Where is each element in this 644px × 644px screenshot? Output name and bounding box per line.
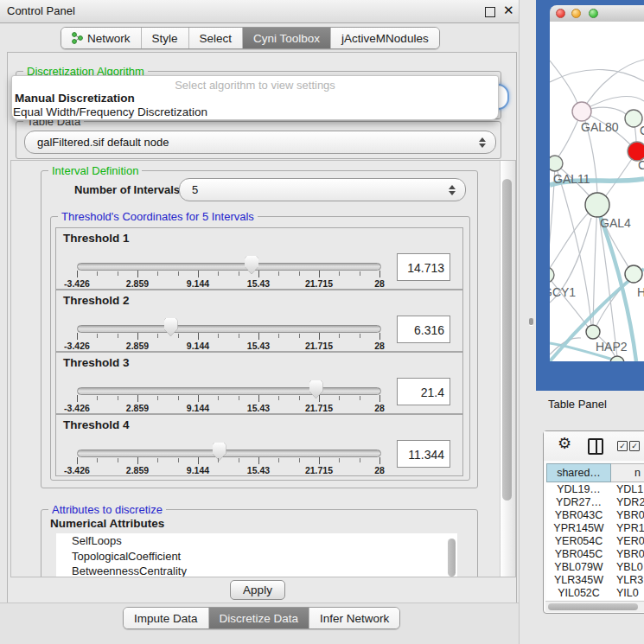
tab-jactivemnodules[interactable]: jActiveMNodules <box>331 28 439 48</box>
node-hap2[interactable] <box>586 325 600 339</box>
split-view-icon[interactable] <box>588 438 603 455</box>
tick-mark <box>118 271 118 276</box>
threshold-3-panel: Threshold 3 -3.4262.8599.14415.4321.7152… <box>55 352 463 414</box>
tick-mark <box>239 396 239 400</box>
divider-grip-icon[interactable] <box>529 318 533 325</box>
threshold-2-value-field[interactable]: 6.316 <box>397 316 450 343</box>
tick-label: 15.43 <box>247 465 270 475</box>
node-gcy1[interactable] <box>550 267 554 283</box>
checkbox-icon[interactable]: ✓ <box>629 441 640 451</box>
numerical-attributes-label: Numerical Attributes <box>50 517 164 530</box>
column-header-name[interactable]: n <box>611 463 644 482</box>
table-row[interactable]: YPR145WYPR1 <box>546 522 644 535</box>
threshold-3-value-field[interactable]: 21.4 <box>397 378 450 405</box>
window-close-icon[interactable] <box>556 9 565 18</box>
table-row[interactable]: YIL052CYIL0 <box>546 587 644 600</box>
tab-style[interactable]: Style <box>142 28 189 48</box>
settings-scroll-area: Interval Definition Number of Intervals … <box>10 160 516 577</box>
scrollbar-thumb[interactable] <box>548 603 638 610</box>
threshold-3-slider[interactable] <box>77 387 381 395</box>
tick-mark <box>360 396 360 400</box>
tick-mark <box>118 334 118 338</box>
threshold-4-slider[interactable] <box>77 450 381 457</box>
tick-label: 28 <box>374 403 385 413</box>
number-of-intervals-combobox[interactable]: 5 <box>179 178 466 201</box>
table-row[interactable]: YBR043CYBR0 <box>546 509 644 522</box>
node-gal80[interactable] <box>572 102 591 121</box>
slider-tick-labels: -3.4262.8599.14415.4321.71528 <box>77 465 379 475</box>
tick-mark <box>218 396 219 400</box>
tick-mark <box>198 457 199 464</box>
tab-impute-data[interactable]: Impute Data <box>124 608 209 628</box>
threshold-4-value-field[interactable]: 11.344 <box>397 440 450 468</box>
table-row[interactable]: YER054CYER0 <box>546 535 644 548</box>
tick-label: 9.144 <box>187 403 209 413</box>
tick-mark <box>157 458 158 462</box>
tick-mark <box>239 334 239 338</box>
tab-network[interactable]: Network <box>61 28 142 48</box>
network-view-canvas[interactable]: GAL80 GA GAL11 GAL4 GCY1 H HAP2 C <box>550 22 644 361</box>
checkbox-icon[interactable]: ✓ <box>617 441 628 451</box>
window-zoom-icon[interactable] <box>589 9 598 18</box>
network-window-titlebar[interactable] <box>550 5 644 22</box>
table-row[interactable]: YDL19…YDL1 <box>546 483 644 496</box>
group-thresholds: Threshold's Coordinates for 5 Intervals … <box>50 216 470 481</box>
float-panel-icon[interactable] <box>485 7 495 17</box>
table-toolbar: ⚙ ✓ ✓ <box>544 431 644 461</box>
threshold-4-panel: Threshold 4 -3.4262.8599.14415.4321.7152… <box>55 414 463 476</box>
threshold-1-panel: Threshold 1 -3.4262.8599.14415.4321.7152… <box>55 227 463 290</box>
threshold-2-slider[interactable] <box>77 325 381 333</box>
table-data-combobox[interactable]: galFiltered.sif default node <box>24 131 496 154</box>
column-header-shared-name[interactable]: shared… <box>546 463 611 482</box>
node-gal11[interactable] <box>550 156 563 171</box>
gear-icon[interactable]: ⚙ <box>558 434 571 453</box>
scrollbar-thumb[interactable] <box>502 179 512 501</box>
tick-label: 21.715 <box>305 278 333 289</box>
option-manual-discretization[interactable]: Manual Discretization <box>15 92 135 105</box>
tick-label: 9.144 <box>187 278 209 289</box>
tick-mark <box>178 396 179 400</box>
close-icon[interactable]: ✕ <box>503 3 514 18</box>
tab-select[interactable]: Select <box>189 28 244 48</box>
table-row[interactable]: YLR345WYLR3 <box>546 574 644 587</box>
table-row[interactable]: YBR045CYBR0 <box>546 548 644 561</box>
horizontal-scrollbar[interactable] <box>545 601 644 612</box>
control-panel-titlebar: Control Panel ✕ <box>0 0 519 23</box>
tick-mark <box>319 395 320 402</box>
tick-mark <box>299 396 300 400</box>
apply-button[interactable]: Apply <box>230 580 285 600</box>
tick-mark <box>379 395 380 402</box>
option-equal-width-frequency[interactable]: Equal Width/Frequency Discretization <box>13 105 207 118</box>
network-graph: GAL80 GA GAL11 GAL4 GCY1 H HAP2 C <box>550 22 644 361</box>
tab-cyni-toolbox[interactable]: Cyni Toolbox <box>243 28 331 48</box>
tab-infer-network[interactable]: Infer Network <box>309 608 399 628</box>
node-gal4[interactable] <box>585 193 609 217</box>
node-label: GA <box>640 124 644 137</box>
tick-label: 28 <box>374 278 385 289</box>
tick-mark <box>137 271 138 277</box>
numerical-attributes-list[interactable]: SelfLoops TopologicalCoefficient Between… <box>56 533 457 577</box>
node-bottom[interactable] <box>610 356 624 361</box>
table-row[interactable]: YDR27…YDR2 <box>546 496 644 509</box>
list-item[interactable]: SelfLoops <box>56 533 457 549</box>
tick-label: 21.715 <box>305 403 333 413</box>
list-item[interactable]: BetweennessCentrality <box>56 564 457 577</box>
window-minimize-icon[interactable] <box>571 9 581 18</box>
stepper-arrows-icon <box>479 137 486 148</box>
threshold-1-slider[interactable] <box>77 263 381 271</box>
tick-label: 2.859 <box>126 278 149 289</box>
list-scrollbar[interactable] <box>448 539 456 577</box>
table-body: YDL19…YDL1 YDR27…YDR2 YBR043CYBR0 YPR145… <box>546 483 644 600</box>
panel-divider[interactable] <box>519 0 537 644</box>
tick-mark <box>97 458 98 462</box>
tab-discretize-data[interactable]: Discretize Data <box>209 608 310 628</box>
node-h[interactable] <box>625 265 642 283</box>
node-label: GCY1 <box>550 285 576 299</box>
tick-mark <box>198 271 199 277</box>
tick-label: 21.715 <box>305 341 333 351</box>
panel-title: Control Panel <box>7 4 75 17</box>
table-row[interactable]: YBL079WYBL0 <box>546 561 644 574</box>
list-item[interactable]: TopologicalCoefficient <box>56 549 457 564</box>
threshold-1-value-field[interactable]: 14.713 <box>397 253 450 281</box>
tick-mark <box>258 333 259 340</box>
